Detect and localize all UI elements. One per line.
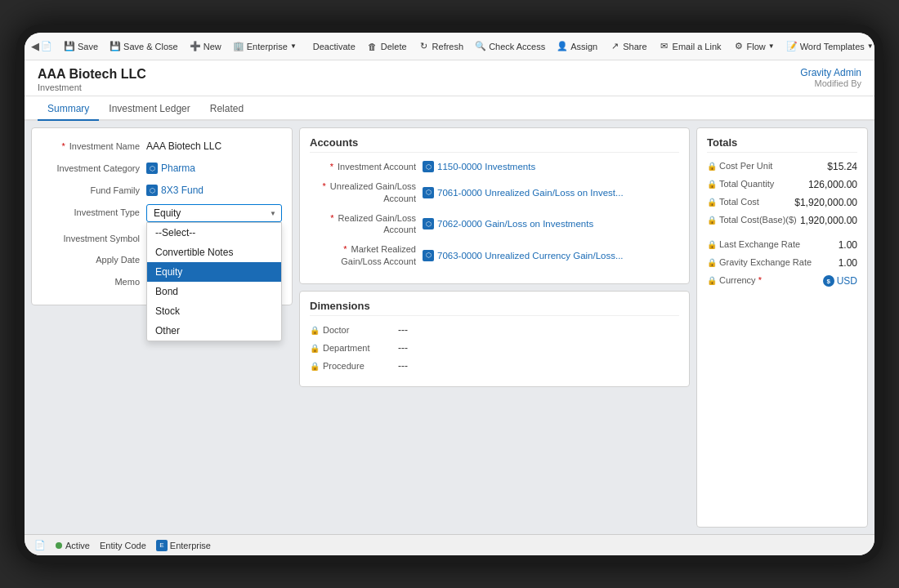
req4: * bbox=[343, 244, 347, 254]
tab-related[interactable]: Related bbox=[200, 96, 253, 121]
cost-per-unit-row: 🔒 Cost Per Unit $15.24 bbox=[707, 161, 857, 172]
investment-name-row: * Investment Name AAA Biotech LLC bbox=[42, 138, 282, 152]
total-cost-base-value: 1,920,000.00 bbox=[800, 215, 857, 226]
cost-per-unit-value: $15.24 bbox=[827, 161, 857, 172]
middle-panel: Accounts * Investment Account ⬡ 1150-000… bbox=[299, 127, 690, 528]
enterprise-chevron: ▼ bbox=[290, 42, 297, 50]
total-cost-row: 🔒 Total Cost $1,920,000.00 bbox=[707, 197, 857, 208]
currency-row: 🔒 Currency * $ USD bbox=[707, 275, 857, 287]
unrealized-account-label: * Unrealized Gain/Loss Account bbox=[310, 180, 416, 204]
refresh-button[interactable]: ↻ Refresh bbox=[414, 38, 469, 55]
tab-summary[interactable]: Summary bbox=[38, 96, 99, 121]
admin-name[interactable]: Gravity Admin bbox=[800, 67, 861, 78]
req2: * bbox=[322, 181, 325, 191]
dropdown-item-other[interactable]: Other bbox=[147, 321, 281, 341]
word-chevron: ▼ bbox=[867, 42, 874, 50]
dropdown-item-select[interactable]: --Select-- bbox=[147, 223, 281, 243]
market-account-value: ⬡ 7063-0000 Unrealized Currency Gain/Los… bbox=[423, 250, 679, 261]
entity-code-label: Entity Code bbox=[100, 541, 146, 550]
check-access-icon: 🔍 bbox=[475, 41, 486, 52]
acc1-icon: ⬡ bbox=[423, 161, 434, 172]
realized-account-value: ⬡ 7062-0000 Gain/Loss on Investments bbox=[423, 218, 679, 229]
investment-type-label: Investment Type bbox=[42, 204, 140, 217]
share-button[interactable]: ↗ Share bbox=[604, 38, 651, 55]
email-link-button[interactable]: ✉ Email a Link bbox=[654, 38, 727, 55]
total-cost-base-row: 🔒 Total Cost(Base)($) 1,920,000.00 bbox=[707, 215, 857, 226]
accounts-title: Accounts bbox=[310, 136, 679, 153]
realized-account-row: * Realized Gain/Loss Account ⬡ 7062-0000… bbox=[310, 212, 679, 236]
total-quantity-label: 🔒 Total Quantity bbox=[707, 179, 805, 189]
dimensions-title: Dimensions bbox=[310, 300, 679, 316]
dropdown-item-convertible[interactable]: Convertible Notes bbox=[147, 243, 281, 262]
entity-code-status: Entity Code bbox=[100, 541, 146, 550]
entity-title: AAA Biotech LLC bbox=[38, 67, 146, 82]
new-button[interactable]: ➕ New bbox=[185, 38, 226, 55]
req1: * bbox=[330, 162, 333, 172]
currency-badge: $ USD bbox=[823, 275, 857, 287]
cost-per-unit-label: 🔒 Cost Per Unit bbox=[707, 161, 824, 171]
fund-family-label: Fund Family bbox=[42, 182, 140, 195]
deactivate-button[interactable]: Deactivate bbox=[308, 39, 360, 54]
realized-account-label: * Realized Gain/Loss Account bbox=[310, 212, 416, 236]
enterprise-status-label: Enterprise bbox=[170, 541, 211, 550]
dropdown-item-equity[interactable]: Equity bbox=[147, 262, 281, 282]
enterprise-status-icon: E bbox=[156, 540, 168, 551]
check-access-button[interactable]: 🔍 Check Access bbox=[470, 38, 550, 55]
investment-name-label: * Investment Name bbox=[42, 138, 140, 151]
status-icon-item: 📄 bbox=[34, 540, 46, 550]
investment-category-value: ⬡ Pharma bbox=[146, 160, 282, 174]
enterprise-button[interactable]: 🏢 Enterprise ▼ bbox=[228, 38, 302, 55]
total-cost-value: $1,920,000.00 bbox=[794, 197, 857, 208]
email-icon: ✉ bbox=[659, 41, 670, 52]
dropdown-item-bond[interactable]: Bond bbox=[147, 282, 281, 301]
total-quantity-row: 🔒 Total Quantity 126,000.00 bbox=[707, 179, 857, 190]
tabs-bar: Summary Investment Ledger Related bbox=[25, 96, 874, 121]
procedure-row: 🔒 Procedure --- bbox=[310, 360, 679, 372]
screen: ◀ 📄 💾 Save 💾 Save & Close ➕ New 🏢 Enterp… bbox=[25, 33, 874, 555]
toolbar: ◀ 📄 💾 Save 💾 Save & Close ➕ New 🏢 Enterp… bbox=[25, 33, 874, 60]
dropdown-item-stock[interactable]: Stock bbox=[147, 301, 281, 321]
page-icon: 📄 bbox=[41, 41, 52, 52]
assign-button[interactable]: 👤 Assign bbox=[552, 38, 602, 55]
active-label: Active bbox=[65, 541, 90, 550]
main-content: * Investment Name AAA Biotech LLC Invest… bbox=[25, 121, 874, 534]
total-cost-label: 🔒 Total Cost bbox=[707, 197, 791, 207]
investment-type-row: Investment Type Equity --Select-- Conver… bbox=[42, 204, 282, 222]
active-dot bbox=[56, 542, 62, 549]
modified-by-label: Modified By bbox=[800, 78, 861, 88]
delete-button[interactable]: 🗑 Delete bbox=[362, 38, 412, 55]
totals-title: Totals bbox=[707, 136, 857, 153]
flow-icon: ⚙ bbox=[733, 41, 745, 52]
tab-investment-ledger[interactable]: Investment Ledger bbox=[99, 96, 199, 121]
gravity-exchange-rate-value: 1.00 bbox=[839, 257, 857, 269]
word-templates-button[interactable]: 📝 Word Templates ▼ bbox=[781, 38, 874, 55]
lock-icon-2: 🔒 bbox=[310, 343, 320, 353]
save-button[interactable]: 💾 Save bbox=[59, 38, 103, 55]
usd-icon: $ bbox=[823, 275, 834, 287]
total-cost-base-label: 🔒 Total Cost(Base)($) bbox=[707, 215, 797, 225]
word-icon: 📝 bbox=[786, 41, 798, 52]
fund-family-row: Fund Family ⬡ 8X3 Fund bbox=[42, 182, 282, 196]
market-account-label: * Market Realized Gain/Loss Account bbox=[310, 243, 416, 267]
gravity-exchange-rate-row: 🔒 Gravity Exchange Rate 1.00 bbox=[707, 257, 857, 269]
save-close-icon: 💾 bbox=[110, 41, 121, 52]
status-bar: 📄 Active Entity Code E Enterprise bbox=[25, 534, 874, 555]
procedure-label: 🔒 Procedure bbox=[310, 361, 391, 371]
back-button[interactable]: ◀ bbox=[31, 38, 39, 56]
lock-icon-3: 🔒 bbox=[310, 361, 320, 371]
investment-name-value: AAA Biotech LLC bbox=[146, 138, 282, 152]
gravity-exchange-rate-label: 🔒 Gravity Exchange Rate bbox=[707, 257, 835, 267]
investment-type-dropdown[interactable]: Equity bbox=[146, 204, 282, 222]
new-icon: ➕ bbox=[190, 41, 201, 52]
investment-type-dropdown-list: --Select-- Convertible Notes Equity Bond… bbox=[146, 222, 282, 341]
device-frame: ◀ 📄 💾 Save 💾 Save & Close ➕ New 🏢 Enterp… bbox=[16, 24, 883, 564]
unrealized-account-row: * Unrealized Gain/Loss Account ⬡ 7061-00… bbox=[310, 180, 679, 204]
save-close-button[interactable]: 💾 Save & Close bbox=[105, 38, 183, 55]
share-icon: ↗ bbox=[609, 41, 620, 52]
investment-symbol-label: Investment Symbol bbox=[42, 230, 140, 243]
department-label: 🔒 Department bbox=[310, 343, 391, 353]
flow-button[interactable]: ⚙ Flow ▼ bbox=[728, 38, 780, 55]
enterprise-icon: 🏢 bbox=[233, 41, 244, 52]
doctor-label: 🔒 Doctor bbox=[310, 325, 391, 335]
currency-req: * bbox=[758, 275, 762, 285]
